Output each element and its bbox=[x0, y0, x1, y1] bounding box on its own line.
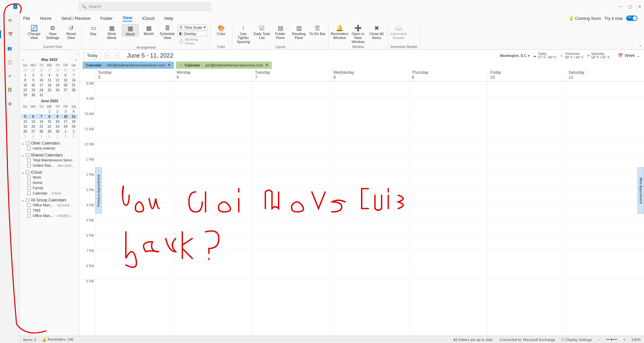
time-slot[interactable] bbox=[252, 97, 330, 112]
time-slot[interactable] bbox=[409, 97, 487, 112]
time-slot[interactable] bbox=[409, 203, 487, 218]
time-slot[interactable] bbox=[331, 127, 409, 142]
time-slot[interactable] bbox=[96, 173, 174, 188]
time-slot[interactable] bbox=[96, 264, 174, 279]
mini-cal-day[interactable]: 27 bbox=[61, 88, 69, 93]
week-view-button[interactable]: ▦Week bbox=[122, 24, 139, 36]
time-slot[interactable] bbox=[252, 157, 330, 173]
mini-cal-day[interactable]: 9 bbox=[54, 114, 61, 119]
mini-cal-day[interactable]: 7 bbox=[37, 114, 45, 119]
mini-cal-day[interactable]: 29 bbox=[61, 68, 69, 73]
mini-cal-day[interactable] bbox=[70, 93, 78, 98]
time-slot[interactable] bbox=[252, 173, 330, 188]
time-slot[interactable] bbox=[331, 188, 409, 203]
time-slot[interactable] bbox=[252, 112, 330, 127]
time-slot[interactable] bbox=[488, 249, 566, 264]
time-slot[interactable] bbox=[488, 203, 566, 218]
time-slot[interactable] bbox=[174, 142, 252, 157]
time-slot[interactable] bbox=[409, 81, 487, 97]
weather-location[interactable]: Washington, D.C. ▾ bbox=[500, 54, 530, 58]
day-column[interactable] bbox=[95, 81, 174, 336]
time-slot[interactable] bbox=[566, 97, 644, 112]
time-slot[interactable] bbox=[96, 157, 174, 173]
time-slot[interactable] bbox=[174, 279, 252, 294]
time-slot[interactable] bbox=[566, 234, 644, 249]
time-slot[interactable] bbox=[566, 218, 644, 234]
mini-cal-day[interactable]: 8 bbox=[61, 134, 69, 139]
mini-cal-day[interactable]: 12 bbox=[54, 78, 61, 83]
time-slot[interactable] bbox=[252, 81, 330, 97]
calendar-item[interactable]: Office Man...- accounti... bbox=[21, 202, 78, 208]
time-slot[interactable] bbox=[409, 112, 487, 127]
group-checkbox[interactable] bbox=[26, 198, 29, 202]
todo-icon[interactable]: ✔ bbox=[6, 72, 14, 80]
time-slot[interactable] bbox=[488, 234, 566, 249]
mini-cal-day[interactable]: 15 bbox=[21, 83, 29, 88]
time-slot[interactable] bbox=[409, 142, 487, 157]
calendar-checkbox[interactable] bbox=[27, 214, 31, 218]
mini-cal-day[interactable]: 24 bbox=[21, 68, 29, 73]
reminders-window-button[interactable]: 🔔Reminders Window bbox=[331, 24, 348, 40]
calendar-item[interactable]: maria estevez bbox=[21, 146, 78, 151]
time-slot[interactable] bbox=[174, 127, 252, 142]
display-settings-button[interactable]: 🖵 Display Settings bbox=[561, 338, 592, 342]
mini-cal-day[interactable]: 14 bbox=[70, 78, 78, 83]
mini-cal-day[interactable]: 16 bbox=[29, 83, 37, 88]
mini-cal-day[interactable]: 5 bbox=[37, 134, 45, 139]
time-slot[interactable] bbox=[331, 81, 409, 97]
minimize-icon[interactable]: — bbox=[619, 4, 623, 9]
mini-cal-day[interactable]: 28 bbox=[54, 68, 61, 73]
calendar-checkbox[interactable] bbox=[27, 176, 31, 179]
mini-cal-day[interactable]: 16 bbox=[54, 119, 61, 124]
next-week-button[interactable]: › bbox=[114, 52, 120, 59]
time-slot[interactable] bbox=[96, 279, 174, 294]
apps-icon[interactable]: ⊞ bbox=[6, 100, 14, 108]
mini-cal-day[interactable]: 10 bbox=[61, 114, 69, 119]
time-slot[interactable] bbox=[96, 188, 174, 203]
mini-cal-day[interactable]: 30 bbox=[70, 68, 78, 73]
mini-cal-day[interactable] bbox=[21, 109, 29, 114]
mini-cal-day[interactable]: 26 bbox=[54, 88, 61, 93]
tab-view[interactable]: View bbox=[123, 15, 132, 21]
calendar-icon[interactable]: 📅 bbox=[0, 30, 20, 38]
mini-cal-day[interactable]: 18 bbox=[70, 119, 78, 124]
time-slot[interactable] bbox=[488, 264, 566, 279]
next-month-icon[interactable]: › bbox=[75, 58, 76, 62]
calendar-checkbox[interactable] bbox=[27, 158, 31, 162]
day-view-button[interactable]: ▭Day bbox=[85, 24, 101, 36]
time-slot[interactable] bbox=[409, 218, 487, 234]
time-slot[interactable] bbox=[331, 157, 409, 173]
time-slot[interactable] bbox=[488, 173, 566, 188]
immersive-reader-button[interactable]: 📖Immersive Reader bbox=[390, 24, 407, 40]
mini-cal-day[interactable]: 1 bbox=[21, 73, 29, 78]
mini-cal-day[interactable]: 4 bbox=[29, 134, 37, 139]
mini-cal-day[interactable] bbox=[37, 109, 45, 114]
time-slot[interactable] bbox=[331, 279, 409, 294]
mini-cal-day[interactable]: 6 bbox=[61, 73, 69, 78]
mini-cal-day[interactable]: 20 bbox=[61, 83, 69, 88]
time-slot[interactable] bbox=[409, 264, 487, 279]
time-slot[interactable] bbox=[566, 112, 644, 127]
time-slot[interactable] bbox=[331, 234, 409, 249]
mini-cal-day[interactable] bbox=[61, 93, 69, 98]
day-header[interactable]: Wednesday8 bbox=[330, 69, 409, 81]
next-appointment-handle[interactable]: Next Appointment bbox=[637, 167, 644, 214]
day-column[interactable] bbox=[566, 81, 644, 336]
mini-cal-day[interactable]: 6 bbox=[29, 114, 37, 119]
mini-cal-day[interactable]: 10 bbox=[37, 78, 45, 83]
previous-appointment-handle[interactable]: Previous Appointment bbox=[95, 167, 102, 214]
mini-cal-day[interactable]: 1 bbox=[45, 109, 53, 114]
day-column[interactable] bbox=[487, 81, 566, 336]
time-slot[interactable] bbox=[566, 173, 644, 188]
work-week-button[interactable]: ▦Work Week bbox=[103, 24, 120, 40]
time-slot[interactable] bbox=[409, 188, 487, 203]
time-slot[interactable] bbox=[174, 249, 252, 264]
close-all-items-button[interactable]: ✖Close All Items bbox=[368, 24, 385, 40]
calendar-group-header[interactable]: ⌄All Group Calendars bbox=[21, 198, 78, 202]
mini-cal-day[interactable]: 28 bbox=[70, 88, 78, 93]
mini-cal-day[interactable]: 4 bbox=[70, 109, 78, 114]
time-slot[interactable] bbox=[566, 188, 644, 203]
calendar-tab[interactable]: Calendar - info@totalmaintenanceservices… bbox=[83, 62, 174, 69]
calendar-item[interactable]: United Stat...- alex.jaslo... bbox=[21, 163, 78, 168]
mini-cal-day[interactable]: 3 bbox=[21, 134, 29, 139]
